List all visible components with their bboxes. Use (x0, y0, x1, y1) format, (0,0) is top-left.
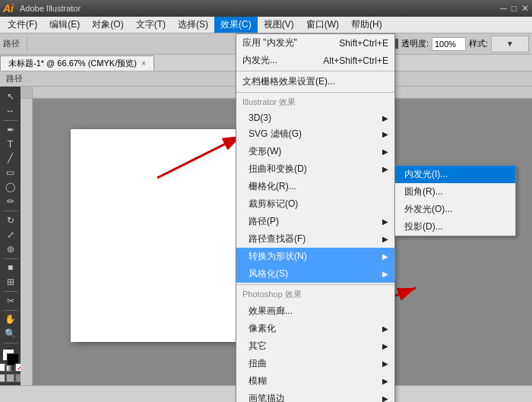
menu-svg-label: SVG 滤镜(G) (249, 128, 302, 141)
menu-blur-label: 模糊 (249, 375, 267, 388)
submenu-drop-shadow[interactable]: 投影(D)... (395, 218, 515, 236)
menu-file[interactable]: 文件(F) (2, 17, 43, 33)
menu-warp-arrow: ▶ (382, 147, 388, 156)
menu-effect[interactable]: 效果(C) (214, 17, 258, 33)
tool-zoom[interactable]: 🔍 (2, 327, 20, 340)
menu-distort[interactable]: 扭曲和变换(D) ▶ (236, 160, 394, 178)
menu-pixelate-arrow: ▶ (382, 324, 388, 333)
tool-ellipse[interactable]: ◯ (2, 180, 20, 194)
drop-shadow-label: 投影(D)... (404, 220, 443, 233)
title-bar: Ai Adobe Illustrator ─ □ ✕ (0, 0, 532, 17)
apply-inner-glow-label: 应用 "内发光" (242, 36, 297, 49)
toolbox: ↖ ↔ ✒ T ╱ ▭ ◯ ✏ ↻ ⤢ ⊛ ■ ⊞ ✂ ✋ 🔍 (0, 87, 21, 385)
submenu-inner-glow[interactable]: 内发光(I)... (395, 166, 515, 183)
menu-text[interactable]: 文字(T) (130, 17, 172, 33)
doc-tab[interactable]: 未标题-1* @ 66.67% (CMYK/预览) × (0, 55, 154, 71)
tool-direct-select[interactable]: ↔ (2, 104, 20, 118)
tool-brush[interactable]: ✏ (2, 195, 20, 208)
menu-3d-label: 3D(3) (249, 112, 271, 123)
round-corner-label: 圆角(R)... (404, 185, 443, 198)
path-label: 路径 (3, 38, 20, 49)
menu-stylize-arrow: ▶ (382, 270, 388, 278)
menu-document-grid[interactable]: 文档栅格效果设置(E)... (236, 73, 394, 90)
menu-warp-label: 变形(W) (249, 145, 281, 158)
tool-pen[interactable]: ✒ (2, 123, 20, 137)
tool-line[interactable]: ╱ (2, 151, 20, 165)
menu-view[interactable]: 视图(V) (258, 17, 300, 33)
menu-pathfinder-label: 路径查找器(F) (249, 233, 306, 245)
submenu-round-corner[interactable]: 圆角(R)... (395, 183, 515, 201)
menu-edit[interactable]: 编辑(E) (43, 17, 86, 33)
menu-divider-1 (236, 71, 394, 71)
menu-convert-shape[interactable]: 转换为形状(N) ▶ (236, 248, 394, 265)
menu-distort-label: 扭曲和变换(D) (249, 163, 307, 176)
menu-other[interactable]: 其它 ▶ (236, 337, 394, 355)
menu-pathfinder-arrow: ▶ (382, 235, 388, 243)
menu-stylize-label: 风格化(S) (249, 267, 288, 280)
maximize-button[interactable]: □ (511, 3, 517, 14)
menu-blur[interactable]: 模糊 ▶ (236, 372, 394, 390)
menu-brush-stroke-arrow: ▶ (382, 394, 388, 402)
tool-mesh[interactable]: ⊞ (2, 275, 20, 289)
menu-crop-marks[interactable]: 裁剪标记(O) (236, 195, 394, 213)
tool-select[interactable]: ↖ (2, 90, 20, 103)
tool-blend[interactable]: ⊛ (2, 242, 20, 256)
opacity-input[interactable] (432, 37, 466, 51)
menu-pixelate-label: 像素化 (249, 322, 276, 335)
normal-mode[interactable] (0, 363, 5, 372)
section-photoshop: Photoshop 效果 (236, 286, 394, 302)
menu-other-label: 其它 (249, 340, 267, 353)
menu-help[interactable]: 帮助(H) (345, 17, 388, 33)
menu-brush-stroke-label: 画笔描边 (249, 392, 285, 402)
fullscreen-menu[interactable] (6, 374, 14, 382)
menu-apply-inner-glow[interactable]: 应用 "内发光" Shift+Ctrl+E (236, 34, 394, 52)
tool-sep-3 (3, 258, 18, 259)
style-label: 样式: (469, 38, 488, 49)
tool-type[interactable]: T (2, 137, 20, 150)
menu-distort-ps[interactable]: 扭曲 ▶ (236, 355, 394, 372)
tool-sep-6 (3, 343, 18, 343)
menu-warp[interactable]: 变形(W) ▶ (236, 143, 394, 160)
tool-gradient[interactable]: ■ (2, 261, 20, 274)
menu-rasterize[interactable]: 栅格化(R)... (236, 178, 394, 195)
menu-inner-glow[interactable]: 内发光... Alt+Shift+Ctrl+E (236, 52, 394, 69)
menu-path-label: 路径(P) (249, 215, 279, 228)
style-picker[interactable]: ▼ (491, 36, 529, 52)
menu-rasterize-label: 栅格化(R)... (249, 180, 296, 193)
menu-pixelate[interactable]: 像素化 ▶ (236, 320, 394, 337)
menu-brush-stroke[interactable]: 画笔描边 ▶ (236, 390, 394, 402)
menu-object[interactable]: 对象(O) (86, 17, 129, 33)
ruler-vertical (21, 99, 33, 385)
app-logo: Ai (3, 2, 14, 14)
menu-stylize[interactable]: 风格化(S) ▶ (236, 265, 394, 283)
menu-window[interactable]: 窗口(W) (300, 17, 345, 33)
tool-rotate[interactable]: ↻ (2, 214, 20, 227)
menu-path[interactable]: 路径(P) ▶ (236, 213, 394, 230)
inner-glow-shortcut: Alt+Shift+Ctrl+E (323, 55, 388, 66)
close-button[interactable]: ✕ (521, 3, 529, 14)
tool-rect[interactable]: ▭ (2, 166, 20, 179)
normal-screen[interactable] (0, 374, 5, 382)
menu-path-arrow: ▶ (382, 217, 388, 226)
menu-distort-ps-arrow: ▶ (382, 359, 388, 368)
apply-inner-glow-shortcut: Shift+Ctrl+E (339, 38, 388, 49)
menu-other-arrow: ▶ (382, 342, 388, 350)
menu-gallery-label: 效果画廊... (249, 305, 293, 318)
menu-select[interactable]: 选择(S) (172, 17, 214, 33)
menu-svg-filter[interactable]: SVG 滤镜(G) ▶ (236, 125, 394, 143)
menu-pathfinder[interactable]: 路径查找器(F) ▶ (236, 230, 394, 248)
menu-gallery[interactable]: 效果画廊... (236, 302, 394, 320)
minimize-button[interactable]: ─ (500, 3, 507, 14)
menu-3d[interactable]: 3D(3) ▶ (236, 110, 394, 125)
doc-tab-close[interactable]: × (141, 59, 146, 68)
document-grid-label: 文档栅格效果设置(E)... (242, 75, 335, 88)
tool-scale[interactable]: ⤢ (2, 228, 20, 242)
menu-distort-arrow: ▶ (382, 165, 388, 173)
submenu-outer-glow[interactable]: 外发光(O)... (395, 201, 515, 218)
menu-crop-marks-label: 裁剪标记(O) (249, 198, 298, 210)
stylize-submenu: 内发光(I)... 圆角(R)... 外发光(O)... 投影(D)... (394, 165, 516, 236)
tool-scissors[interactable]: ✂ (2, 294, 20, 308)
tool-hand[interactable]: ✋ (2, 313, 20, 327)
section-illustrator: Illustrator 效果 (236, 94, 394, 110)
tool-sep-2 (3, 210, 18, 211)
